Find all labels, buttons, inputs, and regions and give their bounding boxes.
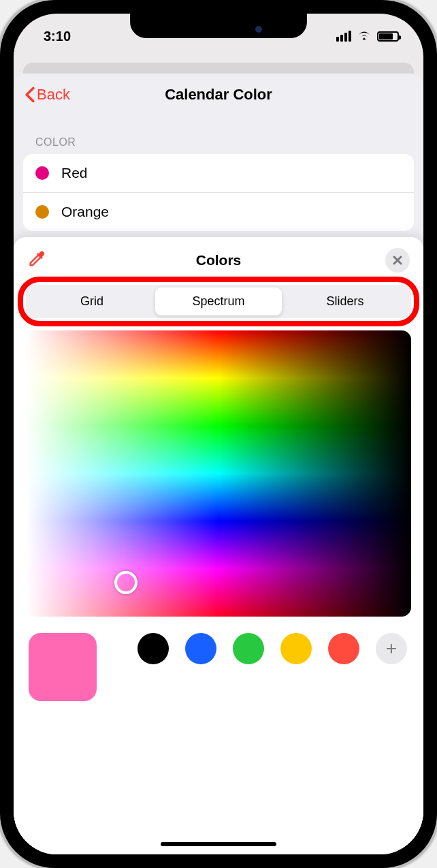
segmented-control-wrap: Grid Spectrum Sliders bbox=[26, 285, 411, 318]
notch bbox=[130, 14, 307, 38]
cellular-icon bbox=[336, 31, 351, 42]
preset-color[interactable] bbox=[280, 633, 312, 664]
color-picker-sheet: Colors Grid Spectrum Sliders bbox=[14, 237, 423, 854]
color-list: Red Orange bbox=[23, 154, 414, 231]
color-label: Orange bbox=[61, 204, 109, 220]
status-icons bbox=[336, 29, 399, 43]
picker-title: Colors bbox=[22, 252, 415, 268]
device-frame: 3:10 Back Calendar Color COLOR bbox=[0, 0, 437, 868]
add-preset-button[interactable]: + bbox=[376, 633, 407, 664]
preset-color[interactable] bbox=[137, 633, 169, 664]
page-title: Calendar Color bbox=[14, 86, 423, 104]
color-option-red[interactable]: Red bbox=[23, 154, 414, 193]
preset-color[interactable] bbox=[185, 633, 216, 664]
picker-mode-segmented[interactable]: Grid Spectrum Sliders bbox=[26, 285, 411, 318]
color-dot bbox=[35, 166, 49, 180]
preset-color[interactable] bbox=[233, 633, 264, 664]
battery-icon bbox=[377, 31, 399, 42]
color-option-orange[interactable]: Orange bbox=[23, 193, 414, 231]
nav-bar: Back Calendar Color bbox=[14, 74, 423, 110]
color-dot bbox=[35, 205, 49, 219]
preset-colors: + bbox=[137, 633, 407, 664]
tab-grid[interactable]: Grid bbox=[29, 288, 155, 315]
current-color-swatch[interactable] bbox=[29, 633, 97, 701]
screen: 3:10 Back Calendar Color COLOR bbox=[14, 14, 423, 854]
wifi-icon bbox=[357, 29, 372, 43]
tab-sliders[interactable]: Sliders bbox=[282, 288, 408, 315]
section-header-color: COLOR bbox=[14, 110, 423, 154]
spectrum-cursor[interactable] bbox=[114, 571, 137, 594]
home-indicator[interactable] bbox=[161, 842, 276, 846]
tab-spectrum[interactable]: Spectrum bbox=[155, 288, 282, 315]
preset-color[interactable] bbox=[328, 633, 359, 664]
picker-header: Colors bbox=[22, 245, 415, 279]
status-time: 3:10 bbox=[44, 29, 71, 44]
plus-icon: + bbox=[386, 638, 397, 660]
swatch-row: + bbox=[22, 617, 415, 708]
spectrum-area[interactable] bbox=[26, 330, 411, 617]
color-label: Red bbox=[61, 165, 88, 181]
